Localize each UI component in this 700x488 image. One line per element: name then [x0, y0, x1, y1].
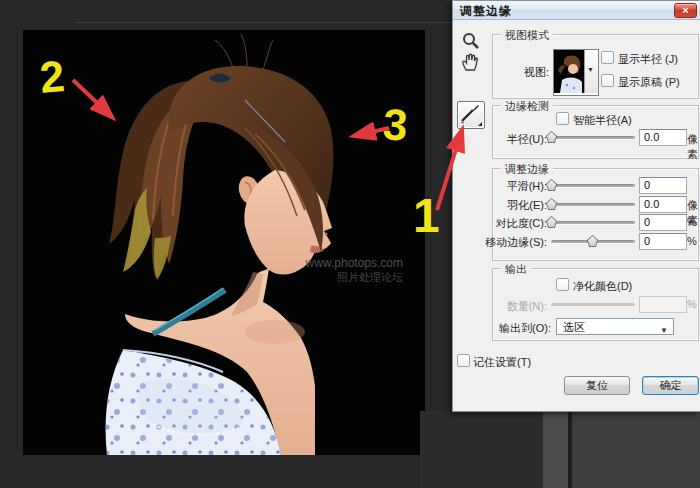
- amount-unit: %: [687, 298, 697, 310]
- show-radius-label: 显示半径 (J): [618, 52, 678, 67]
- refine-edge-dialog: 调整边缘 × 视图模式 视图:: [452, 0, 700, 412]
- output-group-label: 输出: [501, 262, 531, 277]
- annotation-step-1: 1: [413, 188, 440, 243]
- feather-slider-track[interactable]: [551, 203, 635, 207]
- thumbnail-dropdown-strip[interactable]: ▼: [584, 50, 598, 93]
- shift-edge-unit: %: [687, 235, 697, 247]
- radius-label: 半径(U):: [453, 132, 547, 147]
- refine-radius-tool-button[interactable]: [457, 101, 485, 129]
- show-radius-checkbox[interactable]: [601, 51, 614, 64]
- radius-slider-thumb[interactable]: [546, 131, 557, 143]
- show-original-label: 显示原稿 (P): [618, 75, 680, 90]
- decontaminate-colors-checkbox[interactable]: [556, 278, 569, 291]
- output-to-label: 输出到(O):: [453, 321, 551, 336]
- photo-canvas: www.photops.com 照片处理论坛: [23, 30, 425, 455]
- close-button[interactable]: ×: [674, 3, 697, 18]
- dialog-title: 调整边缘: [460, 3, 512, 20]
- view-mode-group-label: 视图模式: [501, 28, 553, 43]
- panel-edge: [572, 411, 700, 488]
- smart-radius-label: 智能半径(A): [573, 113, 632, 128]
- amount-label: 数量(N):: [453, 299, 547, 314]
- amount-value-field: [639, 296, 687, 313]
- contrast-label: 对比度(C):: [453, 216, 547, 231]
- remember-settings-label: 记住设置(T): [473, 355, 531, 370]
- shift-edge-slider-thumb[interactable]: [587, 235, 598, 247]
- annotation-step-2: 2: [38, 51, 67, 103]
- photoshop-workspace: www.photops.com 照片处理论坛 调整边缘 ×: [0, 0, 700, 488]
- show-original-checkbox[interactable]: [601, 74, 614, 87]
- view-label: 视图:: [493, 65, 549, 80]
- smooth-label: 平滑(H):: [453, 179, 547, 194]
- chevron-down-icon: ▼: [660, 322, 668, 339]
- contrast-value-field[interactable]: 0: [639, 214, 687, 231]
- remember-settings-checkbox[interactable]: [457, 354, 470, 367]
- radius-value-field[interactable]: 0.0: [639, 129, 687, 146]
- watermark: www.photops.com 照片处理论坛: [306, 256, 403, 284]
- shift-edge-value-field[interactable]: 0: [639, 233, 687, 250]
- output-to-value: 选区: [563, 321, 585, 333]
- watermark-line2: 照片处理论坛: [306, 270, 403, 284]
- view-thumbnail: [554, 50, 584, 93]
- smart-radius-checkbox[interactable]: [556, 112, 569, 125]
- contrast-slider-track[interactable]: [551, 221, 635, 225]
- amount-slider-track: [551, 303, 635, 307]
- chevron-down-icon: ▼: [587, 66, 594, 73]
- contrast-unit: %: [687, 216, 697, 228]
- hand-tool-icon[interactable]: [460, 52, 480, 72]
- annotation-step-3: 3: [381, 99, 409, 151]
- view-thumbnail-dropdown[interactable]: ▼: [553, 49, 599, 96]
- panel-edge-line: [75, 22, 452, 23]
- radius-slider-track[interactable]: [551, 136, 635, 140]
- feather-label: 羽化(E):: [453, 198, 547, 213]
- decontaminate-colors-label: 净化颜色(D): [573, 279, 632, 294]
- zoom-tool-icon[interactable]: [461, 31, 481, 51]
- smooth-slider-thumb[interactable]: [546, 179, 557, 191]
- scrollbar-track[interactable]: [543, 411, 568, 488]
- feather-value-field[interactable]: 0.0: [639, 196, 687, 213]
- adjust-edge-group-label: 调整边缘: [501, 162, 553, 177]
- smooth-value-field[interactable]: 0: [639, 177, 687, 194]
- watermark-line1: www.photops.com: [306, 256, 403, 270]
- radius-unit: 像素: [687, 132, 700, 162]
- contrast-slider-thumb[interactable]: [546, 216, 557, 228]
- reset-button[interactable]: 复位: [564, 376, 630, 395]
- smooth-slider-track[interactable]: [551, 184, 635, 188]
- shift-edge-label: 移动边缘(S):: [453, 235, 547, 250]
- close-icon: ×: [682, 4, 688, 16]
- feather-slider-thumb[interactable]: [546, 198, 557, 210]
- photo-illustration: [23, 30, 425, 455]
- dialog-titlebar[interactable]: 调整边缘 ×: [453, 1, 700, 20]
- ok-button[interactable]: 确定: [642, 376, 699, 395]
- tool-flyout-indicator: [478, 122, 482, 126]
- edge-detection-group-label: 边缘检测: [501, 99, 553, 114]
- output-to-dropdown[interactable]: 选区 ▼: [556, 318, 674, 335]
